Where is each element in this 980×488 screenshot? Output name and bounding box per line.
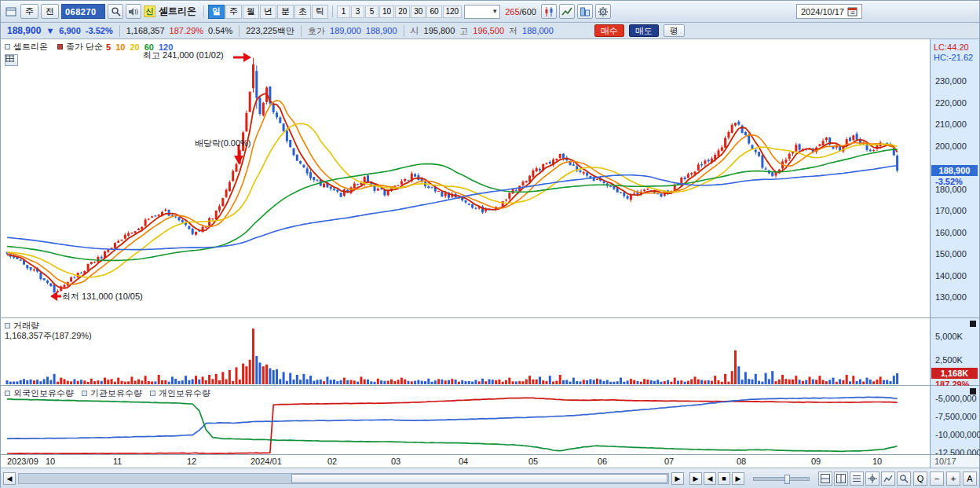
pane-layout-button[interactable] <box>818 471 832 486</box>
ownership-legend-foreign: 외국인보유수량 <box>5 387 74 399</box>
date-group: 2024/10/17 <box>796 4 862 19</box>
interval-button-30[interactable]: 30 <box>411 6 426 18</box>
chart-settings-button[interactable] <box>595 4 611 19</box>
compare-chart-button[interactable] <box>577 4 593 19</box>
zoom-area-button[interactable] <box>897 471 911 486</box>
time-axis-label: 07 <box>664 457 674 466</box>
low-annotation: 최저 131,000 (10/05) <box>62 291 143 303</box>
chart-window: 주 전 068270 신 셀트리온 일주월년분초틱 13510203060120… <box>0 0 980 488</box>
volume-detail-label: 1,168,357주(187.29%) <box>5 330 92 342</box>
pane-collapse-button[interactable] <box>970 321 976 327</box>
price-axis-label: 200,000 <box>935 141 967 152</box>
current-volume-tag: 1,168K <box>931 368 978 379</box>
hoga-label: 호가 <box>308 25 325 37</box>
interval-combo[interactable]: ▼ <box>464 5 500 19</box>
chart-window-icon[interactable] <box>4 5 18 19</box>
sound-alert-button[interactable] <box>126 4 141 19</box>
ownership-legend-label: 개인보유수량 <box>159 387 210 399</box>
period-tab-주[interactable]: 주 <box>225 5 242 19</box>
stock-search-button[interactable] <box>108 4 123 19</box>
interval-button-1[interactable]: 1 <box>337 6 350 18</box>
interval-button-5[interactable]: 5 <box>365 6 378 18</box>
price-chart[interactable] <box>1 39 930 318</box>
price-axis-label: 230,000 <box>935 76 967 86</box>
zoom-in-button[interactable]: + <box>946 471 960 486</box>
period-tab-월[interactable]: 월 <box>243 5 259 19</box>
ownership-pane[interactable]: 외국인보유수량기관보유수량개인보유수량 -5,000,000-7,500,000… <box>1 386 979 455</box>
exdiv-annotation: 배당락(0.00%) <box>195 138 251 149</box>
sell-button[interactable]: 매도 <box>629 24 659 37</box>
interval-button-60[interactable]: 60 <box>426 6 441 18</box>
price-axis-label: 150,000 <box>935 249 967 259</box>
current-price-tag: 188,900 <box>931 165 978 176</box>
crosshair-icon <box>868 474 877 483</box>
week-toggle-button[interactable]: 주 <box>20 4 38 19</box>
prev-stock-button[interactable]: 전 <box>41 4 59 19</box>
ownership-axis-label: -10,000,000 <box>935 430 980 440</box>
volume-pane[interactable]: 거래량 1,168,357주(187.29%) 5,000K2,500K 1,1… <box>1 318 979 386</box>
price-change: 6,900 <box>59 26 81 35</box>
trend-draw-icon <box>883 474 893 483</box>
indicator-list-button[interactable] <box>850 471 864 486</box>
candle-style-button[interactable] <box>541 4 557 19</box>
quick-search-button[interactable]: Q <box>913 471 927 486</box>
scroll-left-button[interactable]: ◀ <box>3 472 16 485</box>
replay-forward-button[interactable]: ▶ <box>689 472 702 485</box>
high-annotation: 최고 241,000 (01/02) <box>143 50 224 61</box>
replay-back-button[interactable]: ◀ <box>704 472 716 485</box>
trend-draw-button[interactable] <box>881 471 895 486</box>
chart-date-input[interactable]: 2024/10/17 <box>796 4 862 19</box>
ownership-axis: -5,000,000-7,500,000-10,000,000-12,500,0… <box>930 386 979 454</box>
chart-tool-grid-button[interactable] <box>5 54 18 66</box>
legend-square-icon <box>5 391 10 396</box>
h-scrollbar[interactable] <box>18 473 669 484</box>
trend-tool-button[interactable] <box>559 4 575 19</box>
time-axis-label: 04 <box>459 457 468 466</box>
bottom-toolbar: ◀ ▶ ▶◀■▶ Q − + A <box>1 468 979 488</box>
replay-play-button[interactable]: ▶ <box>732 472 744 485</box>
time-axis-label: 2024/01 <box>250 457 282 466</box>
scroll-right-button[interactable]: ▶ <box>671 472 684 485</box>
price-axis-label: 140,000 <box>935 271 967 281</box>
ask-price: 189,000 <box>330 26 361 35</box>
ma-period-label-5: 5 <box>106 42 111 52</box>
replay-stop-button[interactable]: ■ <box>718 472 730 485</box>
toolbar-separator <box>203 6 204 17</box>
chart-tool-icons <box>818 471 911 486</box>
volume-axis-label: 2,500K <box>935 355 963 365</box>
buy-button[interactable]: 매수 <box>594 24 624 37</box>
font-size-button[interactable]: A <box>963 471 977 486</box>
split-view-button[interactable] <box>834 471 848 486</box>
scrollbar-thumb[interactable] <box>291 474 667 483</box>
price-change-pct: -3.52% <box>86 26 113 35</box>
interval-button-10[interactable]: 10 <box>379 6 394 18</box>
interval-button-3[interactable]: 3 <box>351 6 364 18</box>
price-pane[interactable]: 셀트리온 종가 단순 5102060120 최고 241,000 (01/02)… <box>1 39 979 318</box>
volume-chart[interactable] <box>1 318 930 386</box>
time-axis-label: 05 <box>528 457 538 466</box>
time-axis-label: 10 <box>46 457 55 466</box>
stock-code-input[interactable]: 068270 <box>61 4 105 19</box>
avg-price-button[interactable]: 평 <box>664 24 685 37</box>
zoom-out-button[interactable]: − <box>930 471 944 486</box>
period-tab-분[interactable]: 분 <box>277 5 294 19</box>
trade-value: 223,225백만 <box>246 25 294 37</box>
interval-button-120[interactable]: 120 <box>443 6 463 18</box>
zoom-slider-thumb[interactable] <box>784 475 790 484</box>
hc-label: HC:-21.62 <box>934 53 973 62</box>
interval-button-20[interactable]: 20 <box>395 6 410 18</box>
low-label: 저 <box>509 25 517 37</box>
period-tab-초[interactable]: 초 <box>294 5 311 19</box>
trend-line-icon <box>561 6 572 17</box>
split-view-icon <box>836 474 846 483</box>
crosshair-button[interactable] <box>865 471 879 486</box>
gear-icon <box>598 6 609 17</box>
period-tab-틱[interactable]: 틱 <box>312 5 328 19</box>
price-axis-label: 210,000 <box>935 119 967 130</box>
candlestick-icon <box>543 6 554 17</box>
period-tab-년[interactable]: 년 <box>260 5 276 19</box>
zoom-slider[interactable] <box>753 477 810 481</box>
change-arrow-icon: ▼ <box>46 26 54 35</box>
price-axis-label: 170,000 <box>935 206 967 216</box>
period-tab-일[interactable]: 일 <box>208 5 225 19</box>
